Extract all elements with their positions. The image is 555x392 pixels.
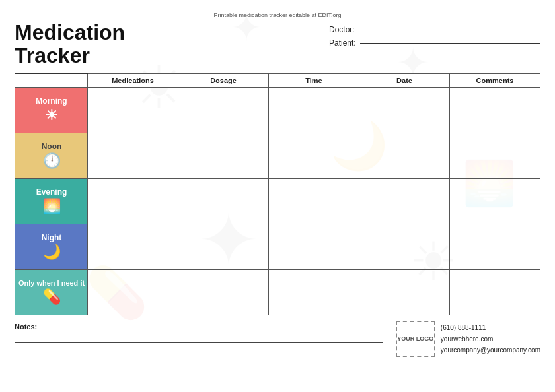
table-row: Noon🕛 xyxy=(15,133,540,178)
time-label-text: Morning xyxy=(36,96,67,106)
data-cell[interactable] xyxy=(178,133,269,178)
contact-block: YOUR LOGO (610) 888-1111 yourwebhere.com… xyxy=(396,321,540,357)
data-cell[interactable] xyxy=(359,87,450,133)
data-cell[interactable] xyxy=(269,133,359,178)
logo-box: YOUR LOGO xyxy=(396,321,435,357)
time-label-box-night: Night🌙 xyxy=(15,224,88,269)
patient-fields: Doctor: Patient: xyxy=(329,21,540,48)
title-block: Medication Tracker xyxy=(15,21,125,67)
patient-underline xyxy=(360,43,540,44)
table-row: Night🌙 xyxy=(15,224,540,269)
data-cell[interactable] xyxy=(88,87,178,133)
notes-line-1 xyxy=(15,333,383,343)
contact-website: yourwebhere.com xyxy=(441,333,540,344)
data-cell[interactable] xyxy=(450,224,540,269)
data-cell[interactable] xyxy=(178,87,269,133)
data-cell[interactable] xyxy=(359,178,450,224)
time-label-box-only-when: Only when I need it💊 xyxy=(15,270,88,315)
data-cell[interactable] xyxy=(269,269,359,315)
data-cell[interactable] xyxy=(88,133,178,178)
footer: Notes: YOUR LOGO (610) 888-1111 yourwebh… xyxy=(15,321,540,357)
col-header-time-of-day xyxy=(15,73,88,87)
notes-block: Notes: xyxy=(15,323,383,357)
col-header-dosage: Dosage xyxy=(178,73,269,87)
time-icon-noon: 🕛 xyxy=(43,152,61,170)
time-label-box-morning: Morning☀ xyxy=(15,88,88,133)
data-cell[interactable] xyxy=(450,87,540,133)
contact-phone: (610) 888-1111 xyxy=(441,322,540,333)
table-row: Evening🌅 xyxy=(15,178,540,224)
data-cell[interactable] xyxy=(269,224,359,269)
data-cell[interactable] xyxy=(359,224,450,269)
page-title: Medication Tracker xyxy=(15,21,125,67)
table-row: Only when I need it💊 xyxy=(15,269,540,315)
col-header-comments: Comments xyxy=(450,73,540,87)
notes-line-2 xyxy=(15,345,383,354)
data-cell[interactable] xyxy=(178,269,269,315)
col-header-date: Date xyxy=(359,73,450,87)
data-cell[interactable] xyxy=(88,269,178,315)
time-cell-only-when: Only when I need it💊 xyxy=(15,269,88,315)
time-cell-noon: Noon🕛 xyxy=(15,133,88,178)
patient-label: Patient: xyxy=(329,38,356,48)
time-label-text: Evening xyxy=(36,187,67,197)
data-cell[interactable] xyxy=(359,269,450,315)
tracker-table: Medications Dosage Time Date Comments Mo… xyxy=(15,73,540,315)
time-label-box-noon: Noon🕛 xyxy=(15,133,88,178)
data-cell[interactable] xyxy=(359,133,450,178)
contact-email: yourcompany@yourcompany.com xyxy=(441,344,540,356)
data-cell[interactable] xyxy=(269,87,359,133)
time-cell-morning: Morning☀ xyxy=(15,87,88,133)
data-cell[interactable] xyxy=(88,224,178,269)
time-label-box-evening: Evening🌅 xyxy=(15,179,88,224)
time-cell-evening: Evening🌅 xyxy=(15,178,88,224)
doctor-underline xyxy=(359,30,540,30)
time-label-text: Noon xyxy=(42,142,62,151)
subtitle: Printable medication tracker editable at… xyxy=(15,12,540,18)
data-cell[interactable] xyxy=(450,133,540,178)
time-icon-evening: 🌅 xyxy=(43,198,61,215)
time-icon-night: 🌙 xyxy=(43,244,61,261)
data-cell[interactable] xyxy=(269,178,359,224)
data-cell[interactable] xyxy=(178,178,269,224)
time-label-text: Only when I need it xyxy=(18,279,85,287)
table-row: Morning☀ xyxy=(15,87,540,133)
data-cell[interactable] xyxy=(450,178,540,224)
data-cell[interactable] xyxy=(450,269,540,315)
time-icon-only-when: 💊 xyxy=(43,288,61,306)
doctor-label: Doctor: xyxy=(329,25,355,34)
contact-text: (610) 888-1111 yourwebhere.com yourcompa… xyxy=(441,322,540,356)
time-cell-night: Night🌙 xyxy=(15,224,88,269)
col-header-time: Time xyxy=(269,73,359,87)
time-icon-morning: ☀ xyxy=(45,107,58,124)
data-cell[interactable] xyxy=(88,178,178,224)
data-cell[interactable] xyxy=(178,224,269,269)
notes-label: Notes: xyxy=(15,323,383,331)
col-header-medications: Medications xyxy=(88,73,178,87)
time-label-text: Night xyxy=(42,233,62,242)
